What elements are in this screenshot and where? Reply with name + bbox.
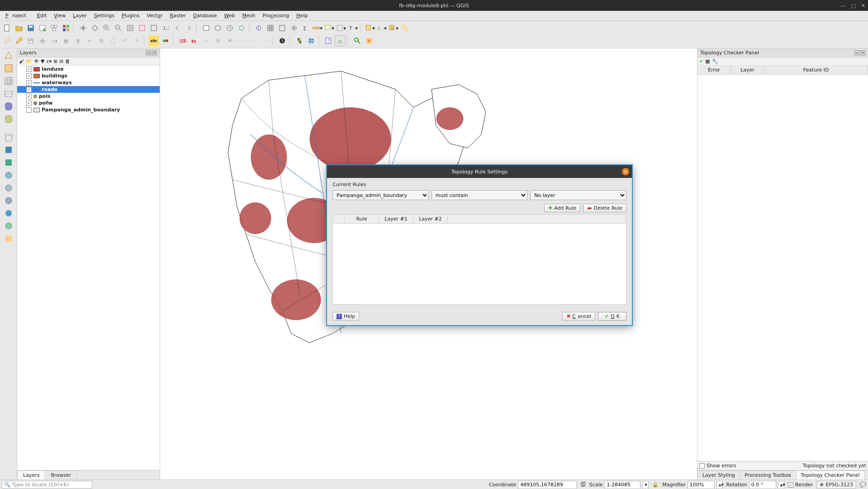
magnifier-input[interactable]	[688, 481, 715, 489]
edit-toggle-icon[interactable]	[2, 35, 13, 46]
field-calc-icon[interactable]	[277, 23, 288, 34]
checkbox-icon[interactable]: ✓	[26, 73, 32, 79]
menu-raster[interactable]: Raster	[166, 12, 190, 19]
edit-pencil-icon[interactable]	[14, 35, 24, 46]
add-mesh-icon[interactable]	[3, 76, 14, 86]
panel-close-icon[interactable]: ×	[152, 50, 157, 55]
select-location-icon[interactable]	[400, 23, 411, 34]
new-geopackage-icon[interactable]	[3, 144, 14, 155]
menu-mesh[interactable]: Mesh	[239, 12, 259, 19]
minimize-icon[interactable]: —	[840, 3, 845, 9]
show-errors-checkbox[interactable]: Show errors	[699, 463, 736, 469]
layer-row[interactable]: Pampanga_admin_boundary	[17, 106, 160, 113]
python-console-icon[interactable]	[294, 35, 305, 46]
filter-legend-icon[interactable]: ▼	[41, 58, 44, 64]
new-3d-view-icon[interactable]	[213, 23, 223, 34]
quickosm-icon[interactable]	[352, 35, 363, 46]
crs-button[interactable]: ⊕EPSG:3123	[816, 481, 856, 489]
zoom-to-layer-icon[interactable]	[148, 23, 159, 34]
validate-extent-icon[interactable]: ▦	[705, 58, 710, 64]
coordinate-input[interactable]	[518, 481, 577, 489]
scale-dropdown-icon[interactable]: ▾	[642, 481, 649, 489]
layer-styling-icon[interactable]: 🖌	[19, 58, 24, 64]
layout-manager-icon[interactable]	[49, 23, 60, 34]
identify-icon[interactable]: i	[253, 23, 264, 34]
layer-row[interactable]: ✓landuse	[17, 66, 160, 72]
checkbox-icon[interactable]: ✓	[26, 101, 32, 106]
menu-settings[interactable]: Settings	[90, 12, 118, 19]
close-icon[interactable]: ✕	[861, 3, 865, 9]
new-map-view-icon[interactable]	[201, 23, 212, 34]
label-options-icon[interactable]	[160, 35, 171, 46]
select-features-icon[interactable]: ▾	[365, 23, 375, 34]
tab-layer-styling[interactable]: Layer Styling	[697, 470, 740, 479]
tab-topology-checker[interactable]: Topology Checker Panel	[796, 470, 865, 479]
ok-button[interactable]: ✔OK	[598, 312, 626, 321]
zoom-to-selection-icon[interactable]	[137, 23, 147, 34]
pan-icon[interactable]	[78, 23, 89, 34]
add-vector-icon[interactable]	[3, 50, 14, 61]
add-geonode-icon[interactable]	[3, 233, 14, 244]
menu-help[interactable]: Help	[293, 12, 311, 19]
label-tool-icon[interactable]: abc	[189, 35, 200, 46]
label-pin-icon[interactable]: abc	[177, 35, 188, 46]
save-project-icon[interactable]	[25, 23, 36, 34]
expand-all-icon[interactable]: ⊞	[53, 58, 57, 64]
checkbox-icon[interactable]: ✓	[26, 80, 32, 86]
menu-layer[interactable]: Layer	[69, 12, 90, 19]
grass-tools-icon[interactable]	[335, 35, 346, 46]
checkbox-icon[interactable]	[26, 107, 32, 113]
zoom-next-icon[interactable]	[184, 23, 194, 34]
add-wms-icon[interactable]	[3, 170, 14, 181]
add-arcgis-icon[interactable]	[3, 221, 14, 231]
menu-view[interactable]: View	[50, 12, 69, 19]
menu-processing[interactable]: Processing	[259, 12, 293, 19]
menu-plugins[interactable]: Plugins	[118, 12, 143, 19]
stats-summary-icon[interactable]: Σ	[300, 23, 311, 34]
layer-row[interactable]: ✓roads	[17, 86, 160, 93]
menu-web[interactable]: Web	[221, 12, 239, 19]
add-xyz-icon[interactable]	[3, 208, 14, 219]
menu-database[interactable]: Database	[190, 12, 221, 19]
zoom-native-icon[interactable]: 1:1	[160, 23, 171, 34]
checkbox-icon[interactable]: ✓	[26, 94, 32, 99]
dialog-close-icon[interactable]: ✕	[622, 168, 629, 175]
checkbox-icon[interactable]: ✓	[26, 67, 32, 72]
cancel-button[interactable]: ✖Cancel	[562, 312, 595, 321]
add-delimited-icon[interactable]	[3, 88, 14, 99]
annotation-text-icon[interactable]: T▾	[347, 23, 358, 34]
menu-project[interactable]: Project	[2, 12, 33, 19]
add-group-icon[interactable]: 📁	[26, 58, 32, 64]
layer-row[interactable]: ✓pofw	[17, 100, 160, 106]
rules-table[interactable]: Rule Layer #1 Layer #2	[332, 214, 626, 305]
add-spatialite-icon[interactable]	[3, 114, 14, 125]
lock-scale-icon[interactable]: 🔒	[652, 482, 659, 488]
magnifier-stepper-icon[interactable]: ▴▾	[716, 481, 723, 489]
layers-list[interactable]: ✓landuse✓buildings✓waterways✓roads✓pois✓…	[17, 66, 160, 470]
maximize-icon[interactable]: ▢	[851, 3, 855, 9]
map-canvas[interactable]: Topology Rule Settings ✕ Current Rules P…	[160, 48, 697, 479]
measure-icon[interactable]: ▾	[312, 23, 323, 34]
deselect-icon[interactable]: ▾	[336, 23, 346, 34]
add-rule-button[interactable]: ✚Add Rule	[544, 204, 580, 212]
manage-visibility-icon[interactable]: 👁	[34, 58, 39, 64]
help-button[interactable]: ?Help	[332, 312, 359, 321]
processing-toolbox-icon[interactable]	[289, 23, 299, 34]
help-icon[interactable]: ?	[323, 35, 334, 46]
layer-row[interactable]: ✓waterways	[17, 79, 160, 86]
new-project-icon[interactable]	[2, 23, 13, 34]
osm-download-icon[interactable]	[277, 35, 288, 46]
locator-search[interactable]: 🔍 Type to locate (Ctrl+K)	[2, 481, 92, 489]
pan-to-selection-icon[interactable]	[90, 23, 100, 34]
filter-expr-icon[interactable]: ε▾	[46, 58, 51, 64]
zoom-in-icon[interactable]	[101, 23, 112, 34]
rule-layer2-select[interactable]: No layer	[530, 190, 626, 200]
toggle-extents-icon[interactable]: 🐭	[580, 482, 585, 488]
layer-row[interactable]: ✓buildings	[17, 72, 160, 79]
validate-all-icon[interactable]: ✔	[699, 58, 703, 64]
zoom-full-icon[interactable]	[125, 23, 136, 34]
metasearch-icon[interactable]	[306, 35, 317, 46]
collapse-all-icon[interactable]: ⊟	[59, 58, 63, 64]
style-manager-icon[interactable]	[61, 23, 71, 34]
label-abc-icon[interactable]: abc	[148, 35, 159, 46]
